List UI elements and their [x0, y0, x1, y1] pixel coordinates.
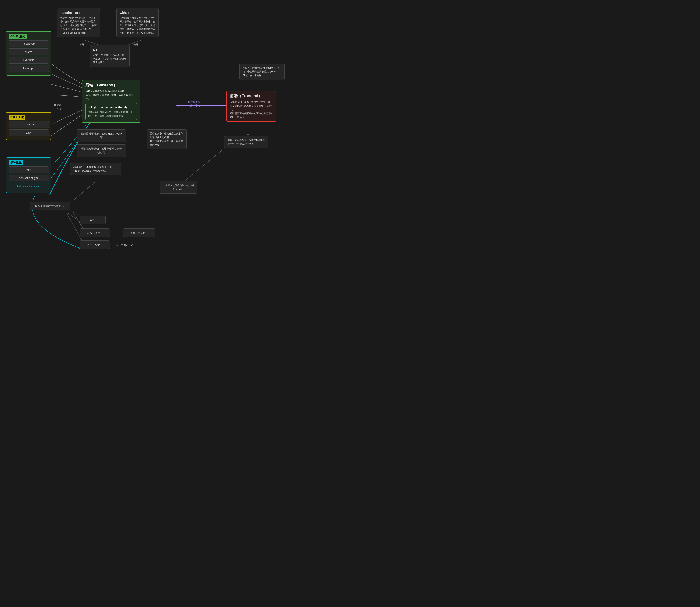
huggingface-body: 这是一个偏向于AI的应用和托管平台，允许用户分享机器学习模型和数据集，并展示他们…	[60, 16, 97, 35]
gguf-item-0: koboldcpp	[8, 40, 49, 47]
vram-desc-text: 显存的大小，很大程度上决定你能运行多大的模型；显存位宽很大程度上决定输出内容的速…	[150, 132, 183, 147]
exl2-label: EXL2 量化	[8, 115, 25, 120]
git-node: Git Git是一个开源的分布式版本控制系统，可以用来下载和管理开发大型项目。	[90, 45, 130, 67]
gguf-group: GGUF 量化 koboldcpp ollama LMStudio llama.…	[6, 31, 51, 76]
vram-desc-node: 显存的大小，很大程度上决定你能运行多大的模型；显存位宽很大程度上决定输出内容的速…	[147, 129, 187, 149]
sillytavern-node: 比较典型的例子就是Sillytarven，酒馆，专注于角色扮演游戏（Role-P…	[239, 64, 285, 80]
multi-label: 多种量化	[8, 160, 23, 165]
frontend-node: 前端（Frontend） 人机交互的UI界面，提供友好的交互体验，这样就不用敲命…	[226, 90, 276, 122]
sillytavern-body: 比较典型的例子就是Sillytarven，酒馆，专注于角色扮演游戏（Role-P…	[243, 66, 282, 77]
vram-node: 显存（VRAM）	[123, 229, 155, 237]
huggingface-title: Hugging Face	[60, 11, 97, 15]
builtin-frontend-text: （有的加载器会自带前端，例如webui）	[163, 184, 194, 191]
gguf-item-2: LMStudio	[8, 57, 49, 64]
exl2-item-0: tabbyAPI	[8, 121, 49, 128]
multi-group: 多种量化 vllm Aphrodite engine text-generati…	[6, 158, 51, 193]
vram-text: 显存（VRAM）	[130, 231, 148, 234]
env-driver-text: 环境依赖于驱动，如显卡驱动，声卡驱动等	[81, 147, 122, 154]
frontend-title: 前端（Frontend）	[230, 93, 273, 99]
loaders-label: 加载器的种类	[54, 103, 62, 111]
gguf-item-1: ollama	[8, 48, 49, 56]
frontend-body: 人机交互的UI界面，提供友好的交互体验，这样就不用敲命令行（麻烦）来操作了。前端…	[230, 100, 273, 119]
ram-node: 内存（RAM）	[80, 240, 110, 249]
pc-node: 操作系统运行于电脑上......	[30, 202, 70, 210]
arrows-svg	[0, 0, 350, 304]
github-body: （全球最大同性交友平台）是一个开发者平台，允许开发者创建、存储、管理和分享他们的…	[120, 16, 155, 35]
llm-node: LLM (Large Language Model) 你要运行的本地AI模型，需…	[85, 103, 137, 121]
llm-title: LLM (Large Language Model)	[88, 105, 135, 110]
env-driver-node: 环境依赖于驱动，如显卡驱动，声卡驱动等	[77, 144, 126, 157]
git-title: Git	[93, 48, 126, 52]
backend-title: 后端（Backend）	[85, 82, 137, 88]
diagram: Hugging Face 这是一个偏向于AI的应用和托管平台，允许用户分享机器学…	[0, 0, 350, 304]
frontend-access-node: 通过在浏览器网页，或者手机App或者小程序等形式进行交互	[224, 136, 268, 148]
backend-body: 加载大语言模型并通过Api与前端连接。运行后端需要环境依赖，就像开车需要有公路一…	[85, 89, 137, 101]
compat-right: 兼容	[134, 43, 139, 46]
ram-text: 内存（RAM）	[87, 243, 103, 246]
exl2-item-1: ExUI	[8, 129, 49, 136]
driver-os-node: 驱动运行于不同的操作系统上，如Linux、macOS、Windows等	[70, 163, 121, 175]
pc-text: 操作系统运行于电脑上......	[35, 204, 65, 207]
exl2-group: EXL2 量化 tabbyAPI ExUI	[6, 112, 51, 140]
gpu-node: GPU（显卡）	[80, 229, 110, 237]
builtin-frontend-node: （有的加载器会自带前端，例如webui）	[160, 181, 197, 193]
api-comm-label: 通过标准API进行通信	[188, 100, 202, 108]
multi-item-0: vllm	[8, 166, 49, 173]
gpu-text: GPU（显卡）	[87, 231, 103, 234]
svg-line-6	[67, 182, 95, 206]
multi-item-2: text-generation-webui	[8, 183, 49, 189]
multi-item-1: Aphrodite engine	[8, 174, 49, 182]
llm-body: 你要运行的本地AI模型，需要从互联网上下载好，然后放在后端加载器里加载。	[88, 110, 135, 118]
compat-left: 兼容	[80, 43, 84, 46]
gguf-item-3: llama.cpp	[8, 65, 49, 72]
env-backend-node: 后端依赖于环境，如conda或者venv等	[77, 129, 126, 142]
two-diff-label: 二者不一样！	[121, 244, 136, 247]
driver-os-text: 驱动运行于不同的操作系统上，如Linux、macOS、Windows等	[73, 166, 112, 172]
env-backend-text: 后端依赖于环境，如conda或者venv等	[81, 132, 122, 139]
cpu-node: CPU	[80, 215, 106, 224]
github-node: Github （全球最大同性交友平台）是一个开发者平台，允许开发者创建、存储、管…	[117, 8, 159, 37]
gguf-label: GGUF 量化	[8, 34, 26, 39]
github-title: Github	[120, 11, 155, 15]
git-body: Git是一个开源的分布式版本控制系统，可以用来下载和管理开发大型项目。	[93, 53, 126, 64]
frontend-access-text: 通过在浏览器网页，或者手机App或者小程序等形式进行交互	[227, 138, 265, 146]
cpu-text: CPU	[90, 218, 95, 222]
huggingface-node: Hugging Face 这是一个偏向于AI的应用和托管平台，允许用户分享机器学…	[57, 8, 100, 37]
backend-node: 后端（Backend） 加载大语言模型并通过Api与前端连接。运行后端需要环境依…	[82, 80, 140, 123]
